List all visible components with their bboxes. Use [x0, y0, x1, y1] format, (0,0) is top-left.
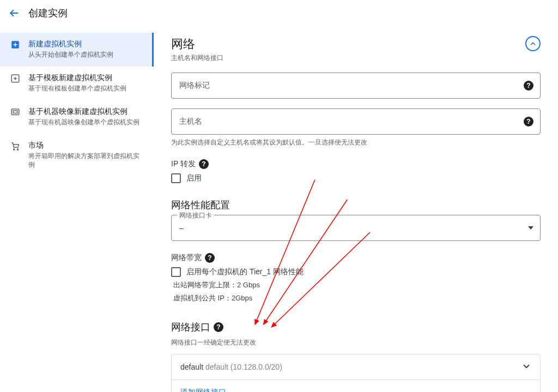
tier1-checkbox-label: 启用每个虚拟机的 Tier_1 网络性能	[186, 267, 304, 277]
network-perf-title: 网络性能配置	[171, 198, 541, 212]
add-interface-row: 添加网络接口	[171, 380, 541, 392]
template-plus-icon	[10, 73, 21, 84]
sidebar-item-title: 新建虚拟机实例	[28, 38, 143, 49]
tier1-checkbox[interactable]	[171, 267, 181, 277]
hostname-input[interactable]: 主机名 ?	[171, 108, 541, 135]
plus-square-icon	[10, 39, 21, 50]
cart-icon	[10, 141, 21, 152]
dropdown-icon	[528, 226, 533, 230]
sidebar-item-marketplace[interactable]: 市场 将开箱即用的解决方案部署到虚拟机实例	[0, 134, 154, 177]
help-icon[interactable]: ?	[524, 117, 533, 126]
default-if-detail: default (10.128.0.0/20)	[205, 363, 282, 371]
network-tags-input[interactable]: 网络标记 ?	[171, 73, 541, 99]
sidebar-item-title: 基于模板新建虚拟机实例	[28, 72, 145, 83]
svg-rect-3	[11, 109, 19, 115]
network-section-title: 网络	[171, 36, 223, 52]
sidebar-item-from-template[interactable]: 基于模板新建虚拟机实例 基于现有模板创建单个虚拟机实例	[0, 67, 154, 100]
sidebar-item-title: 基于机器映像新建虚拟机实例	[28, 106, 145, 117]
nic-select-value: –	[179, 224, 184, 232]
egress-bandwidth-text: 出站网络带宽上限：2 Gbps	[173, 280, 541, 290]
network-interfaces-title: 网络接口 ?	[171, 321, 541, 334]
public-ip-bandwidth-text: 虚拟机到公共 IP：2Gbps	[173, 293, 541, 303]
ip-forwarding-checkbox-label: 启用	[186, 173, 202, 183]
sidebar-item-from-machine-image[interactable]: 基于机器映像新建虚拟机实例 基于现有机器映像创建单个虚拟机实例	[0, 100, 154, 134]
help-icon[interactable]: ?	[524, 81, 533, 91]
add-interface-link[interactable]: 添加网络接口	[180, 388, 226, 393]
ip-forwarding-label: IP 转发 ?	[171, 159, 541, 169]
svg-point-6	[17, 149, 18, 150]
page-title: 创建实例	[28, 7, 68, 20]
sidebar-item-sub: 基于现有机器映像创建单个虚拟机实例	[28, 118, 145, 126]
network-tags-placeholder: 网络标记	[179, 81, 210, 91]
hostname-placeholder: 主机名	[179, 117, 202, 126]
svg-rect-4	[13, 111, 17, 113]
bandwidth-label: 网络带宽 ?	[171, 253, 541, 263]
sidebar: 新建虚拟机实例 从头开始创建单个虚拟机实例 基于模板新建虚拟机实例 基于现有模板…	[0, 26, 154, 392]
help-icon[interactable]: ?	[214, 322, 223, 332]
nic-select-legend: 网络接口卡	[177, 211, 214, 220]
back-arrow-icon[interactable]	[9, 8, 20, 19]
sidebar-item-sub: 从头开始创建单个虚拟机实例	[28, 50, 143, 59]
ip-forwarding-checkbox[interactable]	[171, 173, 181, 183]
nic-select[interactable]: 网络接口卡 –	[171, 215, 541, 241]
hostname-note: 为此实例选择自定义主机名或将其设为默认值。一旦选择便无法更改	[171, 138, 541, 147]
network-interfaces-note: 网络接口一经确定便无法更改	[171, 338, 541, 347]
help-icon[interactable]: ?	[205, 253, 215, 263]
chevron-down-icon	[521, 361, 531, 373]
sidebar-item-title: 市场	[28, 140, 145, 150]
main-panel: 网络 主机名和网络接口 网络标记 ? 主机名 ? 为此实例选择自定义主机名或将其…	[154, 26, 558, 392]
sidebar-item-sub: 将开箱即用的解决方案部署到虚拟机实例	[28, 152, 145, 169]
machine-image-icon	[10, 107, 21, 118]
sidebar-item-sub: 基于现有模板创建单个虚拟机实例	[28, 84, 145, 93]
network-section-subtitle: 主机名和网络接口	[171, 53, 223, 63]
default-interface-row[interactable]: default default (10.128.0.0/20)	[171, 354, 541, 380]
collapse-toggle[interactable]	[525, 36, 541, 51]
help-icon[interactable]: ?	[199, 159, 209, 169]
sidebar-item-new-vm[interactable]: 新建虚拟机实例 从头开始创建单个虚拟机实例	[0, 33, 154, 67]
svg-point-5	[14, 149, 15, 150]
svg-line-9	[271, 232, 370, 327]
default-if-name: default	[180, 363, 203, 371]
